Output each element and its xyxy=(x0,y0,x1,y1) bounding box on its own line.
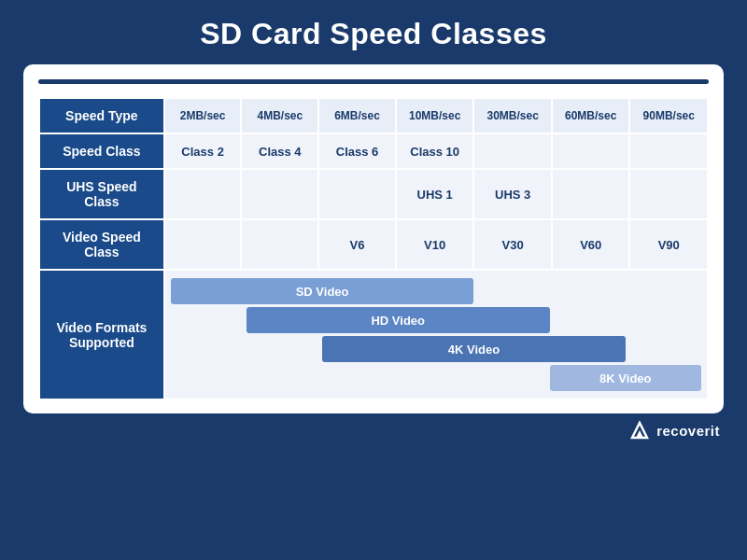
hd-row: HD Video xyxy=(171,307,701,333)
4k-row: 4K Video xyxy=(171,336,701,362)
class-empty1 xyxy=(473,133,552,169)
uhs-empty5 xyxy=(629,169,708,219)
header-90mbsec: 90MB/sec xyxy=(629,98,708,133)
header-6mbsec: 6MB/sec xyxy=(318,98,396,133)
class6-cell: Class 6 xyxy=(318,133,396,169)
class10-cell: Class 10 xyxy=(396,133,474,169)
header-row: Speed Type 2MB/sec 4MB/sec 6MB/sec 10MB/… xyxy=(39,98,708,133)
uhs3-cell: UHS 3 xyxy=(473,169,552,219)
speed-class-row: Speed Class Class 2 Class 4 Class 6 Clas… xyxy=(39,133,708,169)
header-30mbsec: 30MB/sec xyxy=(473,98,552,133)
uhs-empty4 xyxy=(552,169,630,219)
4k-video-bar: 4K Video xyxy=(322,336,626,362)
recoverit-logo: recoverit xyxy=(628,419,720,441)
v30-cell: V30 xyxy=(473,219,552,270)
video-speed-row: Video Speed Class V6 V10 V30 V60 V90 xyxy=(39,219,708,270)
top-divider xyxy=(38,79,709,84)
recoverit-text: recoverit xyxy=(656,423,720,439)
speed-table: Speed Type 2MB/sec 4MB/sec 6MB/sec 10MB/… xyxy=(38,97,709,400)
video-formats-label: Video Formats Supported xyxy=(39,270,164,399)
info-card: Speed Type 2MB/sec 4MB/sec 6MB/sec 10MB/… xyxy=(23,64,724,413)
v90-cell: V90 xyxy=(629,219,708,270)
formats-row: SD Video HD Video xyxy=(168,274,704,395)
video-formats-row: Video Formats Supported SD Video xyxy=(39,270,708,399)
video-formats-container: SD Video HD Video xyxy=(168,274,704,395)
speed-class-label: Speed Class xyxy=(39,133,164,169)
bottom-bar: recoverit xyxy=(23,413,724,441)
v10-cell: V10 xyxy=(396,219,474,270)
8k-video-bar: 8K Video xyxy=(550,365,701,391)
class4-cell: Class 4 xyxy=(241,133,318,169)
svg-marker-1 xyxy=(636,430,643,438)
hd-video-bar: HD Video xyxy=(247,307,550,333)
header-10mbsec: 10MB/sec xyxy=(396,98,474,133)
video-speed-label: Video Speed Class xyxy=(39,219,164,270)
uhs-label: UHS Speed Class xyxy=(39,169,164,219)
uhs-empty1 xyxy=(164,169,242,219)
header-60mbsec: 60MB/sec xyxy=(552,98,630,133)
v6-cell: V6 xyxy=(318,219,396,270)
class-empty2 xyxy=(552,133,630,169)
vsc-empty2 xyxy=(241,219,318,270)
vsc-empty1 xyxy=(164,219,242,270)
uhs1-cell: UHS 1 xyxy=(396,169,474,219)
uhs-empty2 xyxy=(241,169,318,219)
page-title: SD Card Speed Classes xyxy=(200,0,547,64)
sd-row: SD Video xyxy=(171,278,701,304)
header-2mbsec: 2MB/sec xyxy=(164,98,242,133)
uhs-empty3 xyxy=(318,169,396,219)
uhs-speed-row: UHS Speed Class UHS 1 UHS 3 xyxy=(39,169,708,219)
8k-row: 8K Video xyxy=(171,365,701,391)
speed-type-label: Speed Type xyxy=(39,98,164,133)
header-4mbsec: 4MB/sec xyxy=(241,98,318,133)
sd-video-bar: SD Video xyxy=(171,278,474,304)
class2-cell: Class 2 xyxy=(164,133,242,169)
recoverit-icon xyxy=(628,419,651,441)
class-empty3 xyxy=(629,133,708,169)
v60-cell: V60 xyxy=(552,219,630,270)
